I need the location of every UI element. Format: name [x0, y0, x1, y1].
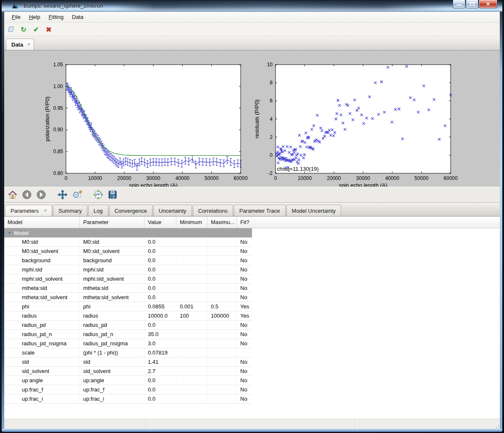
- cell: No: [237, 385, 252, 394]
- table-row[interactable]: mtheta:sldmtheta:sld0.0No: [4, 284, 252, 293]
- tab-data[interactable]: Data ×: [6, 39, 34, 50]
- cell: [176, 247, 207, 256]
- tab-summary[interactable]: Summary: [53, 205, 87, 216]
- svg-text:8: 8: [270, 80, 273, 86]
- cell: 0.5: [207, 302, 237, 311]
- table-row[interactable]: phiphi0.08550.0010.5Yes: [4, 302, 252, 311]
- table-row[interactable]: mtheta:sld_solventmtheta:sld_solvent0.0N…: [4, 293, 252, 302]
- table-row[interactable]: mphi:sldmphi:sld0.0No: [4, 265, 252, 274]
- status-bar: [4, 419, 500, 429]
- column-header-value[interactable]: Value: [144, 216, 176, 228]
- cell: No: [237, 247, 252, 256]
- column-header-parameter[interactable]: Parameter: [80, 216, 144, 228]
- maximize-button[interactable]: [466, 0, 478, 8]
- cell: 0.0: [144, 321, 176, 330]
- cell: No: [237, 339, 252, 348]
- tab-label: Uncertainty: [159, 208, 186, 214]
- tab-correlations[interactable]: Correlations: [193, 205, 233, 216]
- table-row[interactable]: up:frac_iup:frac_i0.0No: [4, 394, 252, 404]
- menu-data[interactable]: Data: [68, 13, 87, 21]
- resize-grip[interactable]: [494, 423, 499, 428]
- cell: mtheta:sld: [4, 284, 80, 293]
- cell: 0.001: [176, 302, 207, 311]
- polarization-plot-canvas[interactable]: 01000020000300004000050000600000.800.850…: [4, 50, 252, 187]
- save-icon[interactable]: [107, 189, 118, 201]
- residuals-plot-canvas[interactable]: 0100002000030000400005000060000-20246810…: [252, 50, 499, 187]
- cell: mtheta:sld_solvent: [80, 293, 144, 302]
- cell: up:frac_i: [4, 394, 80, 404]
- svg-text:0: 0: [65, 175, 68, 181]
- cell: [176, 237, 207, 247]
- close-button[interactable]: ✕: [479, 0, 497, 8]
- pan-icon[interactable]: [57, 189, 68, 201]
- accept-icon[interactable]: ✔: [32, 25, 40, 34]
- cell: [207, 394, 237, 404]
- bumps-app-icon: [12, 2, 19, 10]
- cell: No: [237, 321, 252, 330]
- cell: No: [237, 274, 252, 284]
- forward-icon[interactable]: [35, 189, 47, 201]
- cell: 0.0: [144, 265, 176, 274]
- tab-parameter-trace[interactable]: Parameter Trace: [234, 205, 286, 216]
- new-document-icon[interactable]: [7, 25, 15, 34]
- table-row[interactable]: sldsld1.41No: [4, 357, 252, 367]
- table-row[interactable]: radius_pd_nradius_pd_n35.0No: [4, 330, 252, 339]
- cancel-icon[interactable]: ✖: [45, 25, 53, 34]
- column-header-fit[interactable]: Fit?: [237, 216, 252, 228]
- tab-model-uncertainty[interactable]: Model Uncertainty: [286, 205, 341, 216]
- table-row[interactable]: radius_pdradius_pd0.0No: [4, 321, 252, 330]
- cell: [176, 348, 207, 357]
- tab-convergence[interactable]: Convergence: [109, 205, 152, 216]
- home-icon[interactable]: [7, 189, 18, 201]
- table-header-row: ModelParameterValueMinimumMaximu...Fit?: [4, 216, 500, 228]
- tab-label: Correlations: [198, 208, 228, 214]
- table-row[interactable]: backgroundbackground0.0No: [4, 256, 252, 265]
- svg-text:50000: 50000: [415, 175, 429, 181]
- tab-uncertainty[interactable]: Uncertainty: [153, 205, 192, 216]
- cell: radius_pd: [80, 321, 144, 330]
- table-row[interactable]: radiusradius10000.0100100000Yes: [4, 311, 252, 321]
- subplots-icon[interactable]: [92, 189, 104, 201]
- cell: phi: [4, 302, 80, 311]
- column-header-maximu[interactable]: Maximu...: [207, 216, 237, 228]
- tab-label: Parameter Trace: [239, 208, 280, 214]
- table-row[interactable]: M0:sld_solventM0:sld_solvent0.0No: [4, 247, 252, 256]
- table-row[interactable]: up:frac_fup:frac_f0.0No: [4, 385, 252, 394]
- column-header-model[interactable]: Model: [4, 216, 80, 228]
- svg-text:1.00: 1.00: [53, 83, 63, 89]
- cell: [176, 357, 207, 367]
- table-row[interactable]: mphi:sld_solventmphi:sld_solvent0.0No: [4, 274, 252, 284]
- status-pane: [424, 419, 500, 429]
- table-row[interactable]: sld_solventsld_solvent2.7No: [4, 367, 252, 376]
- model-group-row[interactable]: ▼ Model: [4, 228, 252, 237]
- app-toolbar: ↻ ✔ ✖: [4, 23, 500, 37]
- cell: [176, 293, 207, 302]
- tab-parameters[interactable]: Parameters×: [5, 205, 52, 216]
- column-header-minimum[interactable]: Minimum: [176, 216, 207, 228]
- menu-file[interactable]: File: [8, 13, 25, 21]
- back-icon[interactable]: [21, 189, 32, 201]
- table-row[interactable]: M0:sldM0:sld0.0No: [4, 237, 252, 247]
- table-row[interactable]: scale(phi * (1 - phi))0.07819: [4, 348, 252, 357]
- cell: [237, 348, 252, 357]
- title-bar[interactable]: Bumps: sesans_sphere_2micron ✕: [2, 0, 502, 12]
- app-window: Bumps: sesans_sphere_2micron ✕ FileHelpF…: [2, 0, 502, 432]
- svg-text:0.95: 0.95: [53, 105, 63, 111]
- cell: [207, 247, 237, 256]
- menu-help[interactable]: Help: [25, 13, 45, 21]
- reload-icon[interactable]: ↻: [19, 25, 28, 34]
- cell: sld: [80, 357, 144, 367]
- cell: radius_pd_nsigma: [80, 339, 144, 348]
- tab-close-icon[interactable]: ×: [27, 42, 30, 47]
- collapse-triangle-icon[interactable]: ▼: [8, 231, 11, 235]
- minimize-button[interactable]: [453, 0, 465, 8]
- tab-log[interactable]: Log: [88, 205, 108, 216]
- zoom-rect-icon[interactable]: [71, 189, 82, 201]
- svg-text:spin echo length (A): spin echo length (A): [339, 182, 388, 187]
- cell: [176, 256, 207, 265]
- tab-close-icon[interactable]: ×: [44, 208, 47, 214]
- table-row[interactable]: up:angleup:angle0.0No: [4, 376, 252, 385]
- menu-fitting[interactable]: Fitting: [45, 13, 68, 21]
- svg-text:4: 4: [270, 116, 273, 122]
- table-row[interactable]: radius_pd_nsigmaradius_pd_nsigma3.0No: [4, 339, 252, 348]
